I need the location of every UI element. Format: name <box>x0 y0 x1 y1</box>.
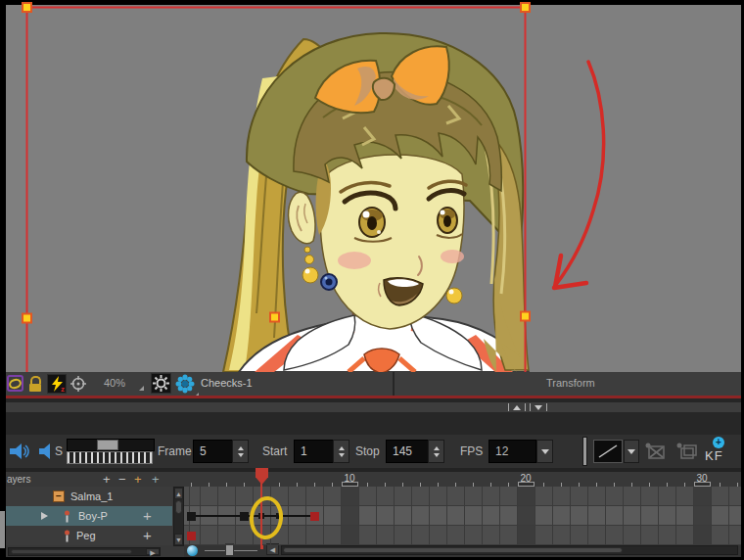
keyframe-marker[interactable] <box>187 512 196 521</box>
tool-name: Transform <box>546 377 595 389</box>
add-peg-icon[interactable]: + <box>134 472 142 487</box>
start-input[interactable] <box>294 440 334 463</box>
fps-dropdown[interactable]: 12 <box>488 440 536 463</box>
panel-divider[interactable] <box>6 402 741 412</box>
keyframe-marker[interactable] <box>240 512 249 521</box>
add-keyframe-button[interactable]: KF <box>705 448 723 463</box>
expand-arrow-icon[interactable] <box>41 512 48 520</box>
collapse-panel-icon[interactable] <box>513 405 521 410</box>
zoom-tool-icon[interactable] <box>187 545 198 556</box>
drawing-name: Cheecks-1 <box>201 377 253 389</box>
zoom-level[interactable]: 40% <box>104 377 125 389</box>
slider-ridges <box>67 451 153 464</box>
stop-label: Stop <box>355 444 380 458</box>
delete-layer-icon[interactable]: − <box>118 472 126 487</box>
layers-vscrollbar[interactable]: ▲ ▼ <box>173 487 184 546</box>
scroll-up-icon[interactable]: ▲ <box>174 488 183 499</box>
timeline-zoom-slider[interactable] <box>67 439 155 451</box>
layer-name[interactable]: Boy-P <box>78 510 108 522</box>
delete-keyframe-icon[interactable] <box>644 442 668 461</box>
expand-panel-icon[interactable] <box>535 405 542 410</box>
camera-view-canvas[interactable] <box>6 5 741 372</box>
layers-hscrollbar[interactable]: ▶ <box>8 547 161 556</box>
line-style-dropdown[interactable] <box>593 440 623 463</box>
scroll-right-icon[interactable]: ▶ <box>146 548 160 555</box>
layer-name[interactable]: Peg <box>76 530 96 541</box>
toolbar-seam <box>393 372 395 396</box>
speaker-solo-icon[interactable] <box>39 443 53 460</box>
application-window: z 40% Cheecks-1 Transform S <box>0 0 744 560</box>
target-icon[interactable] <box>70 376 86 396</box>
toolbar-separator[interactable] <box>582 437 587 466</box>
line-style-dropdown-arrow[interactable] <box>624 440 639 463</box>
flower-settings-icon[interactable] <box>175 374 195 397</box>
add-sublayer-button[interactable]: + <box>143 527 152 543</box>
frame-spinner[interactable] <box>232 440 249 463</box>
timeline-grid[interactable]: 10 20 30 ◀ <box>184 472 741 557</box>
start-label: Start <box>262 444 287 458</box>
panel-gap <box>6 412 741 435</box>
stop-spinner[interactable] <box>428 440 444 463</box>
lock-icon[interactable] <box>29 376 41 392</box>
scroll-down-icon[interactable]: ▼ <box>174 534 183 545</box>
zoom-dropdown-caret-icon[interactable] <box>139 386 144 391</box>
start-spinner[interactable] <box>333 440 349 463</box>
collapse-group-icon[interactable]: − <box>53 490 65 502</box>
timeline-toolbar: S Frame Start Stop FPS 12 + KF <box>6 435 741 468</box>
layer-row-salma[interactable]: − Salma_1 <box>6 487 172 506</box>
grid-bottom-strip: ◀ <box>184 545 741 557</box>
solo-label: S <box>55 444 63 458</box>
lasso-selection-icon[interactable] <box>7 375 23 392</box>
add-keyframe-plus-icon[interactable]: + <box>713 437 724 448</box>
freeze-gear-icon[interactable] <box>151 373 171 394</box>
timeline-hscrollbar[interactable] <box>281 545 738 555</box>
fps-dropdown-arrow[interactable] <box>536 440 553 463</box>
layer-row-peg[interactable]: Peg + <box>6 526 172 545</box>
speaker-icon[interactable] <box>10 443 31 460</box>
exposure-end-marker[interactable] <box>187 532 196 540</box>
layers-panel: ayers + − + + − Salma_1 Boy-P + Peg + ▲ … <box>6 472 184 557</box>
stop-input[interactable] <box>386 440 429 463</box>
window-edge-sliver <box>0 511 5 548</box>
lightning-render-icon[interactable]: z <box>47 374 67 394</box>
peg-icon <box>63 510 71 523</box>
fps-label: FPS <box>460 444 483 458</box>
add-parent-peg-icon[interactable]: + <box>152 472 160 487</box>
frame-input[interactable] <box>193 440 233 463</box>
layer-row-boyp[interactable]: Boy-P + <box>6 506 172 526</box>
camera-view-toolbar: z 40% Cheecks-1 Transform <box>6 372 741 396</box>
duplicate-cell-icon[interactable] <box>674 442 698 461</box>
slider-handle[interactable] <box>97 440 118 450</box>
add-layer-icon[interactable]: + <box>103 472 111 487</box>
layer-name[interactable]: Salma_1 <box>70 490 113 502</box>
frame-label: Frame <box>158 444 192 458</box>
add-sublayer-button[interactable]: + <box>143 507 152 524</box>
layers-header: ayers + − + + <box>6 472 184 487</box>
exposure-end-marker[interactable] <box>310 512 319 521</box>
layers-header-label: ayers <box>7 474 30 485</box>
peg-icon <box>63 530 71 542</box>
